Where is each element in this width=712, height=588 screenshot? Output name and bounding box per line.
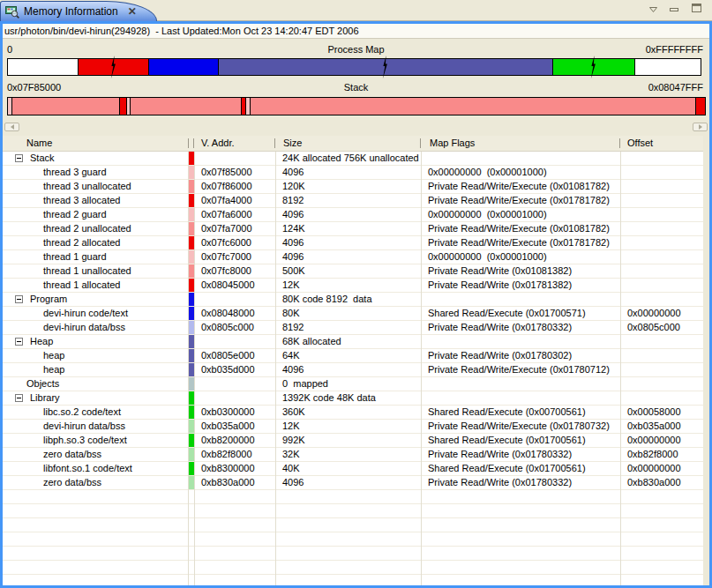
region-color-chip [189, 321, 194, 334]
collapse-toggle-icon[interactable] [15, 338, 23, 346]
minimize-icon[interactable] [670, 4, 679, 14]
table-row[interactable]: thread 2 allocated0x07fc60004096Private … [3, 236, 709, 250]
table-row[interactable]: Program80K code 8192 data [3, 293, 709, 307]
column-header-offset[interactable]: Offset [627, 138, 653, 148]
region-color-chip [189, 349, 194, 362]
cell-mapflags: 0x00000000 (0x00001000) [428, 209, 547, 220]
cell-mapflags: Private Read/Write (0x01780302) [428, 350, 572, 361]
close-icon[interactable]: ✕ [128, 6, 137, 17]
cell-vaddr: 0x07f86000 [201, 181, 252, 191]
process-map-title: Process Map [3, 44, 709, 56]
region-color-chip [189, 363, 194, 376]
cell-name: devi-hirun data/bss [43, 322, 125, 332]
table-header: Name V. Addr. Size Map Flags Offset [3, 136, 709, 152]
cell-size: 24K allocated 756K unallocated [282, 153, 419, 163]
memory-region-segment [148, 59, 218, 75]
cell-vaddr: 0x0805e000 [201, 350, 255, 361]
table-row[interactable]: thread 2 unallocated0x07fa7000124KPrivat… [3, 222, 709, 236]
cell-mapflags: Private Read/Write (0x01781382) [428, 279, 572, 290]
table-row[interactable]: libfont.so.1 code/text0xb830000040KShare… [3, 462, 709, 476]
cell-size: 12K [282, 421, 300, 431]
cell-name: thread 3 guard [43, 167, 107, 177]
table-row[interactable]: libc.so.2 code/text0xb0300000360KShared … [3, 406, 709, 420]
scroll-right-icon[interactable] [693, 123, 708, 131]
collapse-toggle-icon[interactable] [15, 295, 23, 303]
table-row[interactable]: thread 2 guard0x07fa600040960x00000000 (… [3, 208, 709, 222]
cell-size: 4096 [282, 251, 304, 262]
column-header-mapflags[interactable]: Map Flags [430, 138, 475, 148]
table-row[interactable]: Library1392K code 48K data [3, 391, 709, 406]
collapse-toggle-icon[interactable] [15, 394, 23, 402]
table-row-empty [3, 490, 709, 504]
column-header-separator[interactable] [193, 138, 194, 148]
cell-offset: 0x00058000 [627, 406, 681, 417]
memory-region-segment [695, 98, 705, 115]
table-row[interactable]: thread 3 allocated0x07fa40008192Private … [3, 194, 709, 208]
table-row[interactable]: zero data/bss0xb82f800032KPrivate Read/W… [3, 448, 709, 462]
region-color-chip [189, 406, 194, 419]
table-row[interactable]: thread 3 unallocated0x07f86000120KPrivat… [3, 180, 709, 194]
table-row[interactable]: thread 1 unallocated0x07fc8000500KPrivat… [3, 264, 709, 279]
region-color-chip [189, 208, 194, 221]
cell-name: libfont.so.1 code/text [43, 463, 132, 473]
collapse-toggle-icon[interactable] [15, 154, 23, 162]
table-row[interactable]: zero data/bss0xb830a0004096Private Read/… [3, 476, 709, 490]
column-header-separator[interactable] [188, 138, 189, 148]
cell-mapflags: Private Read/Write/Execute (0x01081782) [428, 181, 610, 191]
region-color-chip [189, 236, 194, 249]
column-header-name[interactable]: Name [26, 138, 52, 148]
view-content: usr/photon/bin/devi-hirun(294928) - Last… [0, 21, 712, 588]
table-row[interactable]: libph.so.3 code/text0xb8200000992KShared… [3, 434, 709, 448]
cell-offset: 0xb830a000 [627, 477, 681, 488]
table-row[interactable]: thread 1 guard0x07fc700040960x00000000 (… [3, 250, 709, 264]
cell-name: libph.so.3 code/text [43, 435, 127, 445]
cell-size: 992K [282, 435, 305, 445]
view-menu-chevron-icon[interactable] [649, 4, 657, 14]
column-header-separator[interactable] [274, 138, 275, 148]
cell-vaddr: 0x07fa6000 [201, 209, 252, 220]
column-grid-line [620, 152, 621, 585]
table-row[interactable]: Objects0 mapped [3, 377, 709, 391]
region-color-chip [189, 293, 194, 306]
cell-size: 4096 [282, 477, 304, 488]
maximize-icon[interactable] [692, 4, 701, 15]
cell-name: thread 2 guard [43, 209, 107, 220]
cell-mapflags: 0x00000000 (0x00001000) [428, 251, 547, 262]
cell-offset: 0xb035a000 [627, 421, 681, 431]
table-row[interactable]: thread 1 allocated0x0804500012KPrivate R… [3, 279, 709, 293]
region-color-chip [189, 391, 194, 405]
cell-size: 1392K code 48K data [282, 392, 376, 403]
tab-memory-information[interactable]: Memory Information ✕ [0, 1, 157, 21]
discontinuity-bolt-icon [382, 56, 388, 79]
table-row[interactable]: thread 3 guard0x07f8500040960x00000000 (… [3, 166, 709, 180]
memory-region-segment [130, 98, 241, 115]
cell-offset: 0x00000000 [627, 463, 681, 473]
table-row[interactable]: devi-hirun data/bss0x0805c0008192Private… [3, 321, 709, 335]
view-toolbar [649, 4, 701, 14]
table-row[interactable]: Heap68K allocated [3, 335, 709, 349]
column-header-separator[interactable] [420, 138, 421, 148]
cell-vaddr: 0xb0300000 [201, 406, 255, 417]
scroll-left-icon[interactable] [4, 123, 19, 131]
cell-offset: 0x00000000 [627, 435, 681, 445]
cell-vaddr: 0x0805c000 [201, 322, 254, 332]
table-row[interactable]: devi-hirun code/text0x0804800080KShared … [3, 307, 709, 321]
cell-name: libc.so.2 code/text [43, 406, 121, 417]
cell-name: Program [30, 294, 67, 304]
column-header-vaddr[interactable]: V. Addr. [201, 138, 235, 148]
column-grid-line [421, 152, 422, 585]
view-tab-strip: Memory Information ✕ [0, 0, 712, 21]
cell-size: 4096 [282, 209, 304, 220]
column-header-size[interactable]: Size [283, 138, 302, 148]
column-header-separator[interactable] [619, 138, 620, 148]
cell-name: zero data/bss [43, 449, 101, 459]
cell-vaddr: 0x08045000 [201, 279, 255, 290]
region-color-chip [189, 166, 194, 179]
cell-offset: 0x0805c000 [627, 322, 680, 332]
table-row[interactable]: heap0xb035d0004096Private Read/Write/Exe… [3, 363, 709, 377]
table-row[interactable]: heap0x0805e00064KPrivate Read/Write (0x0… [3, 349, 709, 363]
cell-vaddr: 0x08048000 [201, 308, 255, 318]
column-grid-line [275, 152, 276, 585]
table-row[interactable]: Stack24K allocated 756K unallocated [3, 152, 709, 166]
table-row[interactable]: devi-hirun data/bss0xb035a00012KPrivate … [3, 420, 709, 434]
